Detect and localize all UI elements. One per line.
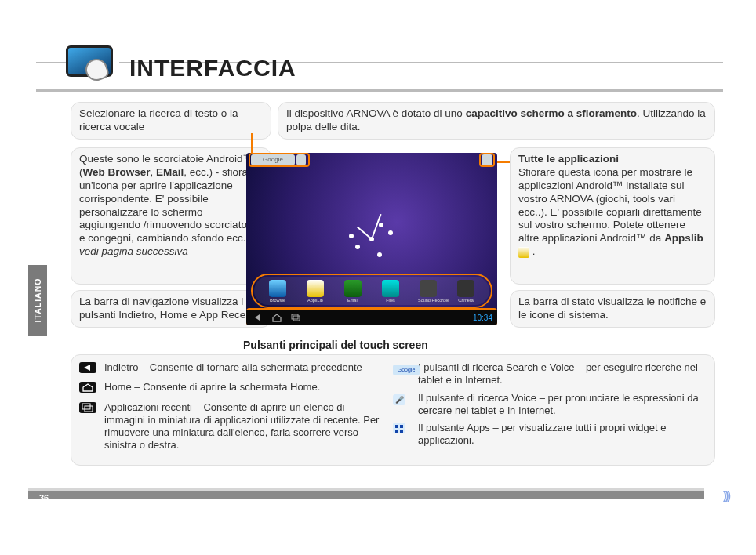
callout-search-voice: Selezionare la ricerca di testo o la ric… [71,102,271,140]
apps-grid-icon [393,423,405,433]
legend-back: Indietro – Consente di tornare alla sche… [79,361,393,376]
buttons-section-header: Pulsanti principali del touch screen [243,339,428,351]
callout-shortcuts: Queste sono le scorciatoie Android™ (Web… [71,147,271,285]
callout-allapps: Tutte le applicazioni Sfiorare questa ic… [510,147,715,285]
legend-home: Home – Consente di aprire la schermata H… [79,381,393,396]
dock-app-browser[interactable]: Browser [267,280,288,303]
back-icon [79,362,96,373]
clock-hand [371,214,382,240]
language-tab: ITALIANO [28,265,47,336]
dock-app-files[interactable]: Files [380,280,401,303]
legend-search: Google I pulsanti di ricerca Search e Vo… [393,361,707,387]
home-icon [79,382,96,393]
recent-apps-icon [79,402,96,413]
manual-logo [66,45,119,83]
dock-app-email[interactable]: Email [343,280,363,303]
page-footer: 36 ))) [28,488,729,502]
leader-line [496,161,510,163]
clock-hand [357,227,373,240]
dock-app-camera[interactable]: Camera [456,280,476,303]
page-title: INTERFACCIA [129,55,296,82]
device-screenshot: Google Browser AppsLib Email Files Sound… [246,153,497,325]
buttons-legend: Indietro – Consente di tornare alla sche… [71,354,715,466]
status-time: 10:34 [473,314,492,322]
appslib-icon [518,247,529,258]
back-icon[interactable] [251,312,265,323]
legend-recent: Applicazioni recenti – Consente di aprir… [79,401,393,452]
app-dock: Browser AppsLib Email Files Sound Record… [254,277,489,305]
callout-allapps-title: Tutte le applicazioni [518,153,619,165]
svg-rect-1 [293,316,300,321]
callout-touchscreen: Il dispositivo ARNOVA è dotato di uno ca… [278,102,715,140]
recent-apps-icon[interactable] [289,312,303,323]
page-number: 36 [39,493,49,502]
callout-statusbar: La barra di stato visualizza le notifich… [510,290,715,328]
all-apps-button[interactable] [482,154,492,165]
search-icon: Google [393,365,420,375]
home-icon[interactable] [270,312,284,323]
system-bar: 10:34 [246,310,497,325]
search-button[interactable]: Google [251,154,295,165]
callout-statusbar-text: La barra di stato visualizza le notifich… [518,296,706,321]
legend-apps: Il pulsante Apps – per visualizzare tutt… [393,422,707,448]
callout-navbar: La barra di navigazione visualizza i pul… [71,290,271,328]
dock-app-recorder[interactable]: Sound Recorder [418,280,438,303]
dock-app-appslib[interactable]: AppsLib [305,280,325,303]
voice-search-button[interactable] [296,154,306,165]
voice-icon: 🎤 [393,394,405,405]
callout-navbar-text: La barra di navigazione visualizza i pul… [79,296,260,321]
callout-search-voice-text: Selezionare la ricerca di testo o la ric… [79,107,238,132]
legend-voice: 🎤 Il pulsante di ricerca Voice – per pro… [393,392,707,418]
svg-rect-0 [292,314,298,319]
footer-decoration: ))) [723,489,729,502]
